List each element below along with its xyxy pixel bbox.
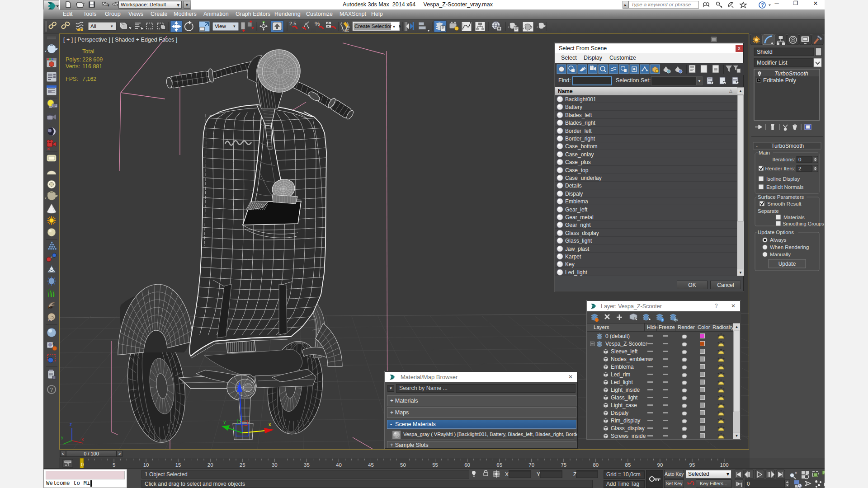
svg-text:Ox: Ox — [48, 319, 52, 322]
svg-text:Update: Update — [778, 261, 796, 267]
svg-text:▾: ▾ — [233, 24, 236, 28]
svg-text:x: x — [81, 437, 84, 442]
svg-text:15: 15 — [175, 462, 181, 468]
svg-text:Update Options: Update Options — [758, 230, 794, 235]
svg-text:10: 10 — [143, 462, 149, 468]
svg-text:0: 0 — [81, 462, 84, 467]
svg-text:7,162: 7,162 — [82, 76, 96, 82]
svg-text:FPS:: FPS: — [66, 76, 78, 82]
svg-text:85: 85 — [625, 462, 631, 468]
svg-text:Total: Total — [82, 48, 94, 55]
svg-text:Always: Always — [770, 237, 787, 243]
svg-text:25: 25 — [240, 462, 245, 468]
svg-text:5: 5 — [113, 462, 115, 468]
svg-text:%: % — [315, 20, 320, 27]
svg-text:Iterations:: Iterations: — [773, 157, 796, 162]
svg-text:80: 80 — [593, 462, 599, 468]
svg-text:Verts:: Verts: — [66, 63, 80, 70]
svg-text:All: All — [90, 23, 96, 29]
svg-text:100: 100 — [720, 462, 728, 468]
svg-text:35: 35 — [304, 462, 310, 468]
svg-text:Polys:: Polys: — [66, 56, 81, 63]
svg-text:2.5: 2.5 — [289, 21, 296, 26]
svg-text:x: x — [269, 422, 271, 427]
svg-text:K: K — [52, 342, 55, 345]
svg-text:40: 40 — [336, 462, 342, 468]
svg-text:65: 65 — [496, 462, 502, 468]
svg-text:Shield: Shield — [757, 49, 773, 55]
svg-text:75: 75 — [561, 462, 566, 468]
svg-text:90: 90 — [657, 462, 663, 468]
svg-text:±: ± — [795, 470, 797, 475]
svg-text:ABC: ABC — [343, 29, 349, 32]
svg-text:0: 0 — [798, 157, 801, 162]
svg-text:z: z — [237, 384, 240, 389]
svg-text:70: 70 — [528, 462, 534, 468]
svg-text:HF: HF — [48, 306, 53, 309]
svg-text:2: 2 — [798, 166, 801, 171]
svg-text:y: y — [61, 435, 63, 440]
svg-text:z: z — [70, 422, 72, 427]
svg-text:Editable Poly: Editable Poly — [763, 77, 797, 84]
svg-text:55: 55 — [432, 462, 438, 468]
svg-text:When Rendering: When Rendering — [770, 244, 809, 250]
svg-text:228 609: 228 609 — [82, 56, 103, 63]
svg-text:Surface Parameters: Surface Parameters — [758, 194, 804, 200]
svg-text:?: ? — [761, 2, 764, 8]
svg-text:Separate: Separate — [758, 208, 779, 214]
svg-text:View: View — [215, 23, 226, 29]
svg-text:Main: Main — [759, 150, 770, 155]
svg-text:-: - — [756, 143, 758, 149]
svg-text:▾: ▾ — [111, 24, 113, 28]
svg-text:0: 0 — [747, 481, 750, 487]
svg-text:50: 50 — [400, 462, 406, 468]
svg-text:TurboSmooth: TurboSmooth — [771, 143, 804, 149]
svg-text:95: 95 — [689, 462, 695, 468]
svg-text:Modifier List: Modifier List — [757, 60, 788, 66]
svg-text:60: 60 — [464, 462, 470, 468]
svg-text:▾: ▾ — [107, 3, 109, 8]
svg-text:Explicit Normals: Explicit Normals — [766, 184, 804, 190]
svg-text:116 881: 116 881 — [82, 63, 102, 70]
svg-text:?: ? — [50, 387, 53, 393]
svg-text:Render Iters:: Render Iters: — [765, 166, 795, 171]
svg-text:30: 30 — [272, 462, 278, 468]
svg-text:Manually: Manually — [770, 252, 791, 257]
svg-text:y: y — [223, 419, 226, 424]
svg-text:Isoline Display: Isoline Display — [766, 176, 800, 182]
svg-text:Smoothing Groups: Smoothing Groups — [783, 221, 824, 226]
svg-text:▾: ▾ — [393, 24, 395, 29]
svg-text:Smooth Result: Smooth Result — [767, 201, 802, 206]
svg-text:Materials: Materials — [783, 215, 805, 220]
svg-text:45: 45 — [368, 462, 374, 468]
svg-text:[ + ] [ Perspective ] [ Shaded: [ + ] [ Perspective ] [ Shaded + Edged F… — [63, 37, 177, 43]
svg-text:20: 20 — [208, 462, 213, 468]
svg-text:TurboSmooth: TurboSmooth — [774, 70, 808, 77]
